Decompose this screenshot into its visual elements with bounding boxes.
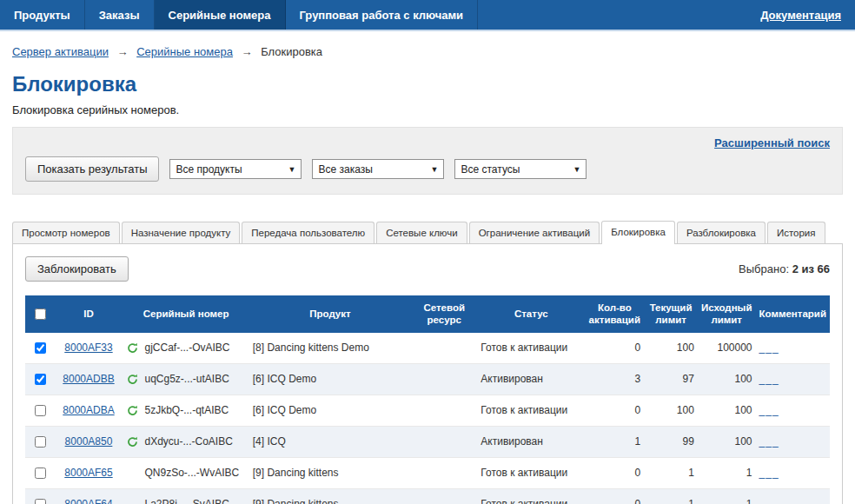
cell-network-resource (411, 333, 477, 364)
row-checkbox[interactable] (35, 342, 46, 354)
cell-serial: dXdycu-...-CoAIBC (123, 426, 249, 457)
cell-serial: 5zJkbQ-...-qtAIBC (123, 395, 249, 426)
col-header-current-limit: Текущий лимит (644, 295, 698, 333)
cell-network-resource (411, 457, 477, 488)
comment-edit-link[interactable]: ___ (759, 404, 779, 416)
cell-status: Готов к активации (477, 395, 585, 426)
cell-activations-count: 0 (585, 333, 644, 364)
tab-history[interactable]: История (767, 222, 825, 243)
cell-checkbox (25, 363, 55, 395)
tab-blocking[interactable]: Блокировка (601, 221, 675, 244)
cell-serial: uqCg5z-...-utAIBC (123, 363, 249, 395)
row-id-link[interactable]: 8000AF65 (64, 467, 112, 479)
tab-assign-product[interactable]: Назначение продукту (122, 222, 241, 243)
cell-network-resource (411, 426, 477, 457)
show-results-button[interactable]: Показать результаты (25, 156, 159, 182)
status-filter-select[interactable]: Все статусы ▼ (454, 159, 587, 179)
nav-item-serial-numbers[interactable]: Серийные номера (155, 0, 286, 30)
cell-current-limit: 100 (644, 395, 698, 426)
row-id-link[interactable]: 8000ADBA (63, 404, 114, 416)
serial-number-text: 5zJkbQ-...-qtAIBC (144, 404, 229, 416)
selection-label: Выбрано: (739, 262, 789, 275)
serial-number-text: uqCg5z-...-utAIBC (144, 373, 229, 385)
cell-product: [6] ICQ Demo (249, 395, 411, 426)
cell-serial: QN9zSo-...-WvAIBC (123, 457, 249, 488)
cell-status: Активирован (477, 426, 585, 457)
activation-status-icon (126, 435, 139, 448)
cell-product: [8] Dancing kittens Demo (249, 333, 411, 364)
cell-serial: gjCCaf-...-OvAIBC (123, 333, 249, 364)
cell-id: 8000AF65 (55, 457, 123, 488)
tab-activation-limit[interactable]: Ограничение активаций (469, 222, 600, 243)
row-checkbox[interactable] (35, 405, 46, 416)
row-id-link[interactable]: 8000ADBB (63, 373, 114, 385)
cell-activations-count: 0 (585, 488, 644, 504)
advanced-search-link[interactable]: Расширенный поиск (714, 136, 830, 149)
row-id-link[interactable]: 8000AF33 (64, 342, 112, 354)
products-filter-value: Все продукты (176, 163, 242, 176)
comment-edit-link[interactable]: ___ (759, 373, 779, 385)
page-subtitle: Блокировка серийных номеров. (12, 103, 843, 116)
table-row: 8000ADBA 5zJkbQ-...-qtAIBC [6] ICQ Demo … (25, 395, 830, 426)
table-row: 8000AF64 La2P8i-...-SvAIBC [9] Dancing k… (25, 488, 830, 504)
table-row: 8000ADBB uqCg5z-...-utAIBC [6] ICQ Demo … (25, 363, 830, 395)
cell-current-limit: 97 (644, 363, 698, 395)
tab-view-numbers[interactable]: Просмотр номеров (12, 222, 120, 243)
cell-product: [9] Dancing kittens (249, 457, 411, 488)
comment-edit-link[interactable]: ___ (759, 342, 779, 354)
cell-comment: ___ (756, 333, 830, 364)
table-body: 8000AF33 gjCCaf-...-OvAIBC [8] Dancing k… (25, 333, 830, 504)
orders-filter-value: Все заказы (318, 163, 372, 176)
cell-initial-limit: 1 (698, 457, 756, 488)
comment-edit-link[interactable]: ___ (759, 435, 779, 448)
breadcrumb: Сервер активации → Серийные номера → Бло… (12, 45, 843, 58)
cell-activations-count: 1 (585, 426, 644, 457)
breadcrumb-activation-server[interactable]: Сервер активации (12, 45, 109, 58)
block-button[interactable]: Заблокировать (25, 256, 129, 282)
cell-id: 8000ADBA (55, 395, 123, 426)
nav-item-products[interactable]: Продукты (0, 0, 85, 30)
tab-transfer-user[interactable]: Передача пользователю (242, 222, 374, 243)
documentation-link[interactable]: Документация (760, 9, 841, 22)
tab-panel: Заблокировать Выбрано: 2 из 66 ID Серийн… (12, 243, 843, 504)
breadcrumb-serial-numbers[interactable]: Серийные номера (136, 45, 233, 58)
filter-panel: Расширенный поиск Показать результаты Вс… (12, 127, 843, 195)
nav-item-orders[interactable]: Заказы (85, 0, 155, 30)
content-area: Сервер активации → Серийные номера → Бло… (0, 45, 855, 504)
table-row: 8000AF65 QN9zSo-...-WvAIBC [9] Dancing k… (25, 457, 830, 488)
tab-unblocking[interactable]: Разблокировка (677, 222, 766, 243)
selection-count: 2 из 66 (792, 262, 830, 275)
cell-activations-count: 3 (585, 363, 644, 395)
select-all-checkbox[interactable] (35, 308, 46, 320)
table-row: 8000AF33 gjCCaf-...-OvAIBC [8] Dancing k… (25, 333, 830, 364)
cell-current-limit: 1 (644, 457, 698, 488)
products-filter-select[interactable]: Все продукты ▼ (169, 159, 302, 179)
page-title: Блокировка (12, 72, 843, 96)
cell-product: [9] Dancing kittens (249, 488, 411, 504)
serial-number-text: QN9zSo-...-WvAIBC (144, 467, 239, 479)
tab-bar: Просмотр номеров Назначение продукту Пер… (12, 221, 843, 243)
row-checkbox[interactable] (35, 468, 46, 479)
row-checkbox[interactable] (35, 436, 46, 448)
row-id-link[interactable]: 8000AF64 (64, 498, 112, 504)
cell-comment: ___ (756, 363, 830, 395)
selection-summary: Выбрано: 2 из 66 (739, 262, 830, 275)
cell-initial-limit: 100 (698, 363, 756, 395)
nav-item-group-key-work[interactable]: Групповая работа с ключами (286, 0, 479, 30)
tab-network-keys[interactable]: Сетевые ключи (376, 222, 467, 243)
serial-number-text: dXdycu-...-CoAIBC (144, 435, 232, 448)
cell-id: 8000AF33 (55, 333, 123, 364)
cell-status: Готов к активации (477, 333, 585, 364)
breadcrumb-current: Блокировка (261, 45, 322, 58)
row-id-link[interactable]: 8000A850 (65, 435, 113, 448)
cell-comment: ___ (756, 488, 830, 504)
col-header-product: Продукт (249, 295, 411, 333)
row-checkbox[interactable] (35, 374, 46, 385)
serial-numbers-table: ID Серийный номер Продукт Сетевой ресурс… (25, 295, 830, 504)
comment-edit-link[interactable]: ___ (759, 467, 779, 479)
row-checkbox[interactable] (35, 499, 46, 504)
cell-network-resource (411, 363, 477, 395)
status-filter-value: Все статусы (461, 163, 520, 176)
orders-filter-select[interactable]: Все заказы ▼ (312, 159, 444, 179)
comment-edit-link[interactable]: ___ (759, 498, 779, 504)
